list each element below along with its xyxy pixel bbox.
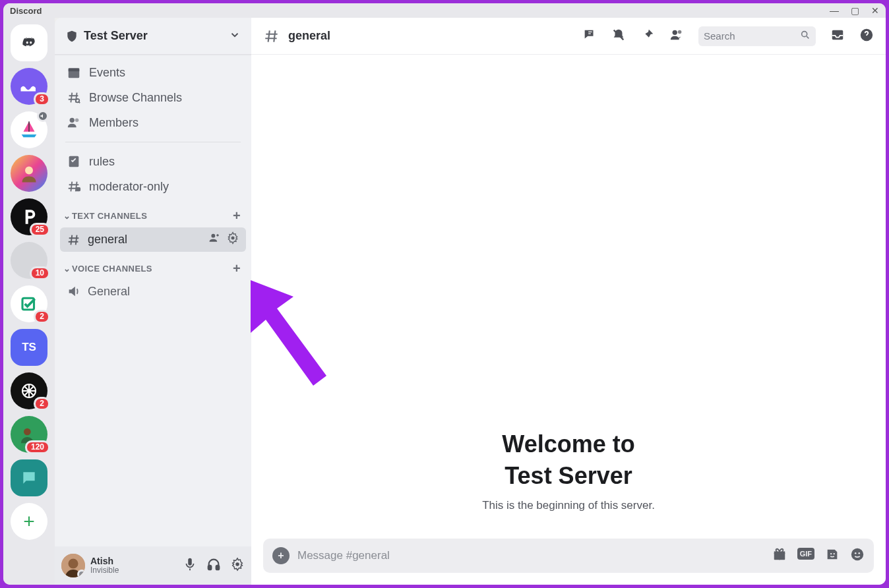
threads-button[interactable] <box>582 28 597 45</box>
voice-channel-general[interactable]: General <box>60 280 246 303</box>
svg-point-20 <box>802 32 807 37</box>
svg-rect-10 <box>77 188 80 191</box>
user-controls <box>183 557 245 574</box>
svg-point-8 <box>75 119 79 123</box>
svg-point-18 <box>673 30 677 34</box>
channel-sidebar: Test Server Events Browse Channels <box>55 18 251 585</box>
welcome-block: Welcome to Test Server This is the begin… <box>263 428 874 512</box>
server-item[interactable]: TS <box>11 329 47 366</box>
server-item[interactable]: 120 <box>11 416 47 453</box>
user-settings-button[interactable] <box>230 557 245 574</box>
server-item[interactable] <box>11 111 47 148</box>
svg-point-7 <box>70 118 75 123</box>
gif-button[interactable]: GIF <box>797 547 814 564</box>
svg-point-0 <box>25 167 33 175</box>
svg-point-25 <box>830 553 832 554</box>
notification-badge: 2 <box>34 397 50 411</box>
server-item[interactable]: 3 <box>11 68 47 105</box>
notification-badge: 2 <box>34 310 50 324</box>
nav-label: Events <box>89 66 125 80</box>
server-item[interactable] <box>11 459 47 496</box>
svg-point-19 <box>678 30 682 34</box>
status-indicator-icon <box>77 570 85 577</box>
user-panel[interactable]: Atish Invisible <box>55 546 251 585</box>
shield-home-icon <box>65 30 78 43</box>
gift-button[interactable] <box>772 547 787 564</box>
nav-label: Browse Channels <box>89 91 182 105</box>
channel-label: General <box>88 285 130 299</box>
user-name: Atish <box>90 556 119 566</box>
category-voice-channels[interactable]: ⌄ VOICE CHANNELS + <box>60 252 246 280</box>
message-composer[interactable]: + Message #general GIF <box>263 539 874 573</box>
welcome-title: Welcome to Test Server <box>263 428 874 492</box>
emoji-button[interactable] <box>850 547 865 564</box>
server-item[interactable]: 2 <box>11 372 47 409</box>
nav-events[interactable]: Events <box>60 60 246 85</box>
notification-badge: 25 <box>30 223 50 237</box>
add-channel-button[interactable]: + <box>230 208 243 223</box>
inbox-button[interactable] <box>830 28 845 45</box>
minimize-button[interactable]: — <box>830 6 839 15</box>
channel-rules[interactable]: rules <box>60 149 246 174</box>
chat-toolbar: Search <box>582 26 874 46</box>
add-channel-button[interactable]: + <box>230 261 243 276</box>
svg-point-29 <box>858 552 860 554</box>
composer-placeholder: Message #general <box>297 549 764 562</box>
channel-moderator-only[interactable]: moderator-only <box>60 174 246 199</box>
search-input[interactable]: Search <box>698 26 816 46</box>
member-list-button[interactable] <box>669 28 684 45</box>
nav-label: Members <box>89 116 138 130</box>
nav-members[interactable]: Members <box>60 110 246 135</box>
server-item[interactable]: 2 <box>11 285 47 322</box>
hash-search-icon <box>67 90 81 105</box>
discord-logo-icon <box>22 36 36 50</box>
rules-icon <box>67 154 81 169</box>
notification-badge: 10 <box>30 266 50 280</box>
server-home-button[interactable] <box>11 24 47 61</box>
close-button[interactable]: ✕ <box>871 6 879 15</box>
user-status: Invisible <box>90 566 119 575</box>
user-avatar[interactable] <box>61 554 85 577</box>
nav-browse-channels[interactable]: Browse Channels <box>60 85 246 110</box>
server-rail: 3 25 10 2 <box>3 18 55 585</box>
category-text-channels[interactable]: ⌄ TEXT CHANNELS + <box>60 199 246 227</box>
server-item[interactable] <box>11 155 47 192</box>
server-name: Test Server <box>84 29 148 43</box>
server-item[interactable]: 25 <box>11 198 47 235</box>
help-button[interactable] <box>859 28 874 45</box>
svg-point-11 <box>211 234 215 238</box>
channel-label: rules <box>89 155 115 169</box>
svg-point-28 <box>855 552 857 554</box>
channel-general[interactable]: general <box>60 227 246 252</box>
svg-point-17 <box>235 562 239 566</box>
speaker-icon <box>67 284 81 299</box>
attach-button[interactable]: + <box>272 547 290 564</box>
server-header-dropdown[interactable]: Test Server <box>55 18 251 55</box>
channel-settings-icon[interactable] <box>226 231 239 248</box>
svg-point-14 <box>69 559 78 569</box>
chat-main: general Search <box>251 18 886 585</box>
search-placeholder: Search <box>704 30 735 42</box>
add-server-button[interactable]: + <box>11 503 47 540</box>
deafen-button[interactable] <box>206 557 221 574</box>
channel-list: Events Browse Channels Members rules <box>55 55 251 546</box>
members-icon <box>67 115 81 130</box>
hash-icon <box>67 233 81 247</box>
server-item[interactable]: 10 <box>11 242 47 279</box>
maximize-button[interactable]: ▢ <box>851 6 859 15</box>
chevron-down-icon: ⌄ <box>63 211 72 221</box>
notification-badge: 3 <box>34 92 50 106</box>
svg-point-27 <box>851 548 863 560</box>
mute-button[interactable] <box>183 557 197 574</box>
muted-icon <box>37 110 49 122</box>
chat-icon <box>20 469 38 486</box>
avatar-icon <box>17 162 41 185</box>
window-controls: — ▢ ✕ <box>830 6 879 15</box>
notification-badge: 120 <box>25 440 50 454</box>
pinned-messages-button[interactable] <box>640 28 655 45</box>
sticker-button[interactable] <box>825 547 840 564</box>
server-initials: TS <box>22 341 36 354</box>
svg-rect-16 <box>216 566 220 570</box>
invite-people-icon[interactable] <box>208 231 221 248</box>
notifications-button[interactable] <box>611 28 626 45</box>
